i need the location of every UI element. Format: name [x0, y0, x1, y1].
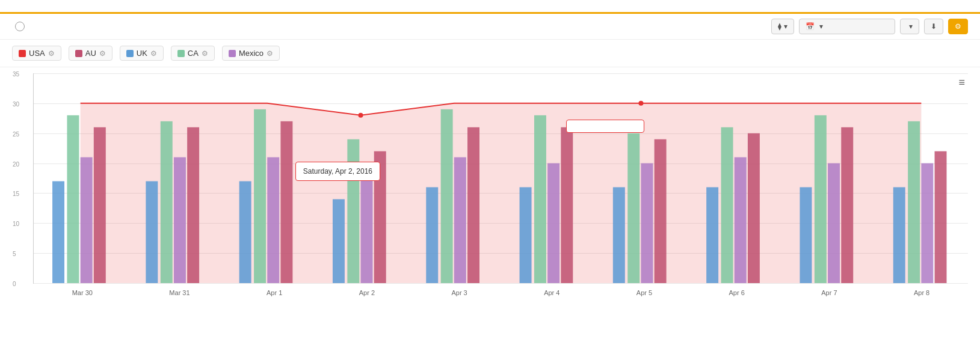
x-tick-label: Apr 5	[636, 289, 652, 296]
bar-mexico	[361, 176, 373, 283]
chart-area: 05101520253035 Saturday, Apr 2, 2016 Mar…	[0, 67, 980, 308]
x-tick-label: Apr 8	[914, 289, 929, 296]
date-range-button[interactable]: 📅 ▾	[799, 19, 895, 34]
filter-button[interactable]: ⧫ ▾	[771, 19, 794, 34]
x-axis: Mar 30Mar 31Apr 1Apr 2Apr 3Apr 4Apr 5Apr…	[34, 289, 968, 296]
bar-chart	[34, 73, 968, 283]
bar-mexico	[921, 163, 933, 283]
bar-uk	[426, 187, 438, 283]
settings-icon: ⚙	[955, 22, 961, 31]
chart-container: 05101520253035 Saturday, Apr 2, 2016 Mar…	[33, 73, 968, 284]
filter-icon: ⧫	[778, 22, 781, 31]
bar-uk	[893, 187, 905, 283]
download-icon: ⬇	[931, 22, 937, 31]
legend-dot	[126, 50, 134, 57]
legend-gear-icon[interactable]: ⚙	[150, 49, 157, 58]
x-tick-label: Mar 31	[169, 289, 190, 296]
legend-gear-icon[interactable]: ⚙	[202, 49, 208, 58]
header-controls: ⧫ ▾ 📅 ▾ ▾ ⬇ ⚙	[771, 19, 968, 34]
chevron-down-icon: ▾	[819, 22, 823, 31]
legend-row: USA ⚙ AU ⚙ UK ⚙ CA ⚙ Mexico ⚙	[0, 40, 980, 67]
bar-au	[374, 151, 386, 283]
legend-label: AU	[85, 49, 96, 58]
calendar-icon: 📅	[806, 22, 815, 31]
legend-dot	[229, 50, 236, 57]
bar-au	[187, 127, 199, 283]
bar-au	[280, 121, 292, 283]
y-tick-label: 35	[13, 71, 19, 78]
bar-ca	[254, 109, 266, 283]
grid-line: 0	[34, 283, 968, 284]
bar-uk	[52, 181, 64, 283]
settings-button[interactable]: ⚙	[948, 19, 968, 34]
bar-mexico	[547, 163, 559, 283]
y-tick-label: 0	[13, 281, 16, 287]
bar-ca	[67, 115, 79, 283]
bar-uk	[146, 181, 158, 283]
legend-gear-icon[interactable]: ⚙	[267, 49, 273, 58]
chevron-icon2: ▾	[909, 22, 913, 31]
bar-mexico	[174, 157, 186, 283]
bar-au	[467, 127, 479, 283]
bar-au	[94, 127, 106, 283]
bar-mexico	[828, 163, 840, 283]
bar-au	[561, 127, 573, 283]
x-tick-label: Apr 1	[267, 289, 282, 296]
bar-uk	[706, 187, 718, 283]
bar-ca	[441, 109, 453, 283]
bar-ca	[534, 115, 546, 283]
bar-mexico	[81, 157, 93, 283]
bar-mexico	[641, 163, 653, 283]
x-tick-label: Apr 4	[544, 289, 559, 296]
legend-gear-icon[interactable]: ⚙	[99, 49, 106, 58]
x-tick-label: Apr 2	[359, 289, 375, 296]
info-icon[interactable]	[15, 22, 25, 31]
bar-uk	[333, 199, 345, 283]
bar-uk	[613, 187, 625, 283]
bar-ca	[161, 121, 173, 283]
y-tick-label: 25	[13, 130, 19, 137]
legend-dot	[177, 50, 185, 57]
y-tick-label: 20	[13, 160, 19, 167]
y-tick-label: 15	[13, 191, 19, 197]
bar-ca	[815, 115, 827, 283]
bar-mexico	[735, 157, 747, 283]
download-button[interactable]: ⬇	[924, 19, 943, 34]
header-row: ⧫ ▾ 📅 ▾ ▾ ⬇ ⚙	[0, 14, 980, 40]
x-tick-label: Apr 7	[821, 289, 837, 296]
legend-gear-icon[interactable]: ⚙	[48, 49, 55, 58]
legend-item-usa[interactable]: USA ⚙	[12, 46, 61, 61]
legend-item-ca[interactable]: CA ⚙	[171, 46, 215, 61]
top-bar	[0, 0, 980, 14]
chart-menu-icon[interactable]: ≡	[958, 76, 965, 89]
legend-dot	[19, 50, 26, 57]
language-button[interactable]: ▾	[900, 19, 919, 34]
legend-label: USA	[29, 49, 45, 58]
bar-uk	[520, 187, 532, 283]
bar-au	[935, 151, 947, 283]
bar-au	[748, 133, 760, 283]
bar-ca	[347, 139, 359, 283]
x-tick-label: Mar 30	[72, 289, 93, 296]
legend-dot	[75, 50, 82, 57]
bar-mexico	[267, 157, 279, 283]
y-tick-label: 5	[13, 251, 16, 257]
legend-label: UK	[137, 49, 147, 58]
legend-label: CA	[188, 49, 199, 58]
legend-item-mexico[interactable]: Mexico ⚙	[222, 46, 280, 61]
bar-au	[841, 127, 853, 283]
legend-item-uk[interactable]: UK ⚙	[120, 46, 164, 61]
y-tick-label: 10	[13, 221, 19, 227]
chevron-icon: ▾	[784, 22, 787, 31]
bar-mexico	[454, 157, 466, 283]
bar-ca	[627, 133, 639, 283]
bar-ca	[721, 127, 733, 283]
breadcrumb	[12, 22, 25, 31]
bar-ca	[908, 121, 920, 283]
bar-uk	[239, 181, 251, 283]
x-tick-label: Apr 6	[729, 289, 745, 296]
legend-item-au[interactable]: AU ⚙	[69, 46, 112, 61]
x-tick-label: Apr 3	[451, 289, 467, 296]
bar-au	[655, 139, 667, 283]
bar-uk	[800, 187, 812, 283]
